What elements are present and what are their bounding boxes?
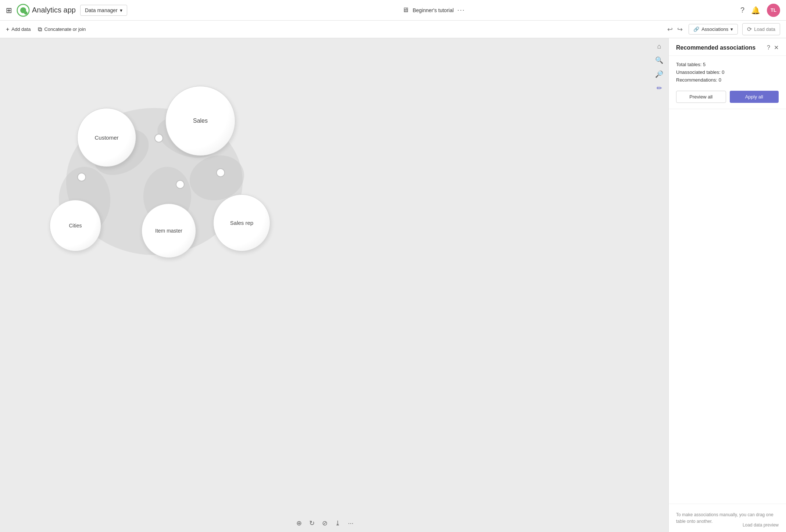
nav-right-actions: ? 🔔 TL xyxy=(740,4,780,17)
add-data-label: Add data xyxy=(11,26,31,32)
panel-actions: Preview all Apply all xyxy=(669,91,786,109)
bottom-search-icon[interactable]: ⊕ xyxy=(296,519,302,527)
recommendations-panel: Recommended associations ? ✕ Total table… xyxy=(668,38,786,532)
add-data-button[interactable]: + Add data xyxy=(6,26,31,33)
unassociated-value: 0 xyxy=(722,69,724,75)
screen-icon: 🖥 xyxy=(402,6,409,14)
link-icon: 🔗 xyxy=(693,26,699,32)
chevron-icon: ▾ xyxy=(730,26,733,32)
app-title: Analytics app xyxy=(32,6,76,14)
top-navigation: ⊞ Analytics app Data manager ▾ 🖥 Beginne… xyxy=(0,0,786,21)
panel-close-icon[interactable]: ✕ xyxy=(774,44,779,51)
node-sales[interactable]: Sales xyxy=(165,86,235,156)
svg-point-2 xyxy=(24,11,28,14)
concatenate-icon: ⧉ xyxy=(38,26,42,33)
zoom-in-icon[interactable]: 🔍 xyxy=(655,56,663,64)
panel-header-icons: ? ✕ xyxy=(767,44,779,51)
concatenate-label: Concatenate or join xyxy=(44,26,86,32)
bottom-toolbar: ⊕ ↻ ⊘ ⤓ ··· xyxy=(0,514,650,532)
load-data-icon: ⟳ xyxy=(747,26,752,33)
node-sales-rep[interactable]: Sales rep xyxy=(213,194,270,251)
load-data-button[interactable]: ⟳ Load data xyxy=(742,23,780,35)
chevron-down-icon: ▾ xyxy=(120,7,122,13)
dropdown-label: Data manager xyxy=(85,7,118,13)
bell-icon[interactable]: 🔔 xyxy=(751,6,760,15)
nav-center: 🖥 Beginner's tutorial ··· xyxy=(132,6,736,14)
main-area: ⌂ 🔍 🔎 ✏ xyxy=(0,38,786,532)
right-sidebar-icons: ⌂ 🔍 🔎 ✏ xyxy=(650,38,668,97)
node-item-master-label: Item master xyxy=(155,228,182,234)
undo-redo-group: ↩ ↪ xyxy=(666,24,684,35)
unassociated-stat: Unassociated tables: 0 xyxy=(676,69,779,75)
bottom-more-icon[interactable]: ··· xyxy=(348,520,353,527)
more-options-icon[interactable]: ··· xyxy=(457,6,465,14)
panel-header: Recommended associations ? ✕ xyxy=(669,38,786,56)
unassociated-label: Unassociated tables: xyxy=(676,69,721,75)
edit-icon[interactable]: ✏ xyxy=(657,84,662,92)
graph-container: Customer Sales Cities Item master Sales … xyxy=(0,38,650,514)
concatenate-button[interactable]: ⧉ Concatenate or join xyxy=(38,26,86,33)
bottom-download-icon[interactable]: ⤓ xyxy=(335,519,340,527)
svg-point-11 xyxy=(176,180,184,188)
help-icon[interactable]: ? xyxy=(740,6,744,14)
data-manager-dropdown[interactable]: Data manager ▾ xyxy=(80,5,127,16)
node-sales-label: Sales xyxy=(193,118,208,124)
home-icon[interactable]: ⌂ xyxy=(657,43,661,50)
panel-help-icon[interactable]: ? xyxy=(767,44,770,51)
load-data-label: Load data xyxy=(754,26,775,32)
svg-point-9 xyxy=(155,134,163,142)
tutorial-label[interactable]: Beginner's tutorial xyxy=(412,7,454,13)
node-cities-label: Cities xyxy=(69,223,82,229)
associations-button[interactable]: 🔗 Associations ▾ xyxy=(689,24,738,35)
svg-point-10 xyxy=(78,173,86,181)
panel-footer: To make associations manually, you can d… xyxy=(669,504,786,532)
recommendations-label: Recommendations: xyxy=(676,77,717,83)
bottom-filter-icon[interactable]: ⊘ xyxy=(322,519,328,527)
qlik-logo[interactable]: Analytics app xyxy=(17,4,76,17)
plus-icon: + xyxy=(6,26,9,33)
bottom-refresh-icon[interactable]: ↻ xyxy=(309,519,315,527)
undo-button[interactable]: ↩ xyxy=(666,24,674,35)
node-customer[interactable]: Customer xyxy=(77,108,136,167)
redo-button[interactable]: ↪ xyxy=(676,24,684,35)
node-sales-rep-label: Sales rep xyxy=(230,220,253,226)
total-tables-stat: Total tables: 5 xyxy=(676,62,779,67)
node-item-master[interactable]: Item master xyxy=(142,204,196,258)
svg-point-12 xyxy=(217,169,225,177)
recommendations-stat: Recommendations: 0 xyxy=(676,77,779,83)
grid-icon[interactable]: ⊞ xyxy=(6,6,12,15)
panel-title: Recommended associations xyxy=(676,44,755,51)
apply-all-button[interactable]: Apply all xyxy=(730,91,779,103)
total-tables-value: 5 xyxy=(703,62,705,67)
recommendations-value: 0 xyxy=(719,77,721,83)
load-data-preview-link[interactable]: Load data preview xyxy=(743,522,779,528)
toolbar-left: + Add data ⧉ Concatenate or join xyxy=(6,26,86,33)
canvas-area[interactable]: ⌂ 🔍 🔎 ✏ xyxy=(0,38,668,532)
preview-all-button[interactable]: Preview all xyxy=(676,91,726,103)
panel-stats: Total tables: 5 Unassociated tables: 0 R… xyxy=(669,56,786,91)
node-cities[interactable]: Cities xyxy=(50,200,101,251)
associations-label: Associations xyxy=(701,26,728,32)
main-toolbar: + Add data ⧉ Concatenate or join ↩ ↪ 🔗 A… xyxy=(0,21,786,38)
zoom-out-icon[interactable]: 🔎 xyxy=(655,70,663,78)
toolbar-right: ↩ ↪ 🔗 Associations ▾ ⟳ Load data xyxy=(666,23,780,35)
total-tables-label: Total tables: xyxy=(676,62,701,67)
node-customer-label: Customer xyxy=(94,134,118,141)
avatar[interactable]: TL xyxy=(767,4,780,17)
